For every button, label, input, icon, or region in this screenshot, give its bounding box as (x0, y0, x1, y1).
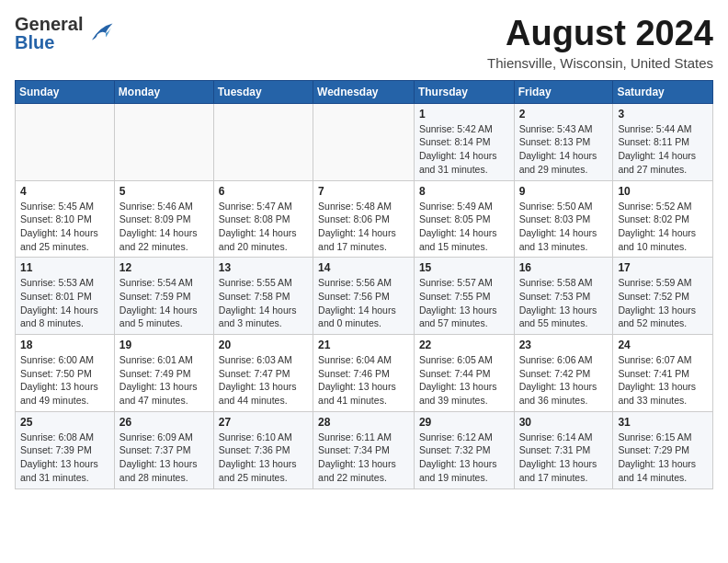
day-info: Sunrise: 6:15 AMSunset: 7:29 PMDaylight:… (618, 431, 708, 485)
day-number: 23 (519, 339, 609, 351)
day-number: 6 (219, 185, 308, 198)
calendar-cell (213, 103, 313, 180)
calendar-cell: 30Sunrise: 6:14 AMSunset: 7:31 PMDayligh… (514, 411, 613, 488)
day-number: 30 (519, 416, 609, 429)
day-number: 18 (20, 339, 109, 351)
day-info: Sunrise: 6:00 AMSunset: 7:50 PMDaylight:… (20, 353, 109, 408)
calendar-table: SundayMondayTuesdayWednesdayThursdayFrid… (15, 80, 713, 489)
calendar-cell: 13Sunrise: 5:55 AMSunset: 7:58 PMDayligh… (213, 258, 313, 335)
logo: General Blue (15, 15, 114, 52)
day-info: Sunrise: 6:07 AMSunset: 7:41 PMDaylight:… (618, 353, 708, 408)
calendar-cell: 10Sunrise: 5:52 AMSunset: 8:02 PMDayligh… (613, 180, 713, 258)
calendar-cell: 7Sunrise: 5:48 AMSunset: 8:06 PMDaylight… (313, 180, 415, 258)
day-number: 20 (219, 339, 308, 351)
day-number: 28 (318, 416, 409, 429)
calendar-header-tuesday: Tuesday (213, 80, 313, 103)
calendar-cell: 5Sunrise: 5:46 AMSunset: 8:09 PMDaylight… (114, 180, 213, 258)
day-info: Sunrise: 6:11 AMSunset: 7:34 PMDaylight:… (318, 431, 409, 485)
day-info: Sunrise: 5:54 AMSunset: 7:59 PMDaylight:… (119, 276, 209, 330)
day-number: 11 (20, 261, 109, 274)
day-info: Sunrise: 5:55 AMSunset: 7:58 PMDaylight:… (219, 276, 308, 330)
day-number: 24 (618, 339, 708, 351)
day-number: 1 (419, 108, 509, 121)
day-number: 14 (318, 261, 409, 274)
day-number: 31 (618, 416, 708, 429)
logo-line1: General (15, 15, 83, 33)
day-info: Sunrise: 6:01 AMSunset: 7:49 PMDaylight:… (119, 353, 209, 408)
calendar-cell: 11Sunrise: 5:53 AMSunset: 8:01 PMDayligh… (16, 258, 115, 335)
day-number: 13 (219, 261, 308, 274)
day-number: 10 (618, 185, 708, 198)
day-number: 15 (419, 261, 509, 274)
calendar-week-row: 4Sunrise: 5:45 AMSunset: 8:10 PMDaylight… (16, 180, 713, 258)
calendar-cell: 4Sunrise: 5:45 AMSunset: 8:10 PMDaylight… (16, 180, 115, 258)
calendar-header-wednesday: Wednesday (313, 80, 415, 103)
title-area: August 2024 Thiensville, Wisconsin, Unit… (487, 15, 713, 71)
calendar-cell: 21Sunrise: 6:04 AMSunset: 7:46 PMDayligh… (313, 335, 415, 412)
day-info: Sunrise: 6:06 AMSunset: 7:42 PMDaylight:… (519, 353, 609, 408)
day-number: 17 (618, 261, 708, 274)
day-number: 7 (318, 185, 409, 198)
calendar-cell: 1Sunrise: 5:42 AMSunset: 8:14 PMDaylight… (414, 103, 514, 180)
day-number: 5 (119, 185, 209, 198)
calendar-cell: 23Sunrise: 6:06 AMSunset: 7:42 PMDayligh… (514, 335, 613, 412)
calendar-header-row: SundayMondayTuesdayWednesdayThursdayFrid… (16, 80, 713, 103)
day-number: 21 (318, 339, 409, 351)
calendar-cell: 18Sunrise: 6:00 AMSunset: 7:50 PMDayligh… (16, 335, 115, 412)
calendar-cell: 20Sunrise: 6:03 AMSunset: 7:47 PMDayligh… (213, 335, 313, 412)
day-number: 8 (419, 185, 509, 198)
calendar-cell: 31Sunrise: 6:15 AMSunset: 7:29 PMDayligh… (613, 411, 713, 488)
day-number: 27 (219, 416, 308, 429)
day-info: Sunrise: 5:53 AMSunset: 8:01 PMDaylight:… (20, 276, 109, 330)
day-info: Sunrise: 5:59 AMSunset: 7:52 PMDaylight:… (618, 276, 708, 330)
day-info: Sunrise: 5:47 AMSunset: 8:08 PMDaylight:… (219, 200, 308, 254)
day-number: 25 (20, 416, 109, 429)
day-info: Sunrise: 6:12 AMSunset: 7:32 PMDaylight:… (419, 431, 509, 485)
day-info: Sunrise: 5:49 AMSunset: 8:05 PMDaylight:… (419, 200, 509, 254)
day-info: Sunrise: 5:46 AMSunset: 8:09 PMDaylight:… (119, 200, 209, 254)
day-info: Sunrise: 6:04 AMSunset: 7:46 PMDaylight:… (318, 353, 409, 408)
logo-text: General Blue (15, 15, 83, 52)
calendar-cell: 16Sunrise: 5:58 AMSunset: 7:53 PMDayligh… (514, 258, 613, 335)
day-number: 4 (20, 185, 109, 198)
day-info: Sunrise: 5:52 AMSunset: 8:02 PMDaylight:… (618, 200, 708, 254)
day-number: 3 (618, 108, 708, 121)
location: Thiensville, Wisconsin, United States (487, 55, 713, 71)
day-number: 19 (119, 339, 209, 351)
day-info: Sunrise: 5:45 AMSunset: 8:10 PMDaylight:… (20, 200, 109, 254)
day-info: Sunrise: 5:42 AMSunset: 8:14 PMDaylight:… (419, 122, 509, 177)
day-number: 16 (519, 261, 609, 274)
calendar-cell: 24Sunrise: 6:07 AMSunset: 7:41 PMDayligh… (613, 335, 713, 412)
day-number: 26 (119, 416, 209, 429)
day-number: 29 (419, 416, 509, 429)
calendar-cell: 14Sunrise: 5:56 AMSunset: 7:56 PMDayligh… (313, 258, 415, 335)
calendar-cell: 3Sunrise: 5:44 AMSunset: 8:11 PMDaylight… (613, 103, 713, 180)
logo-line2: Blue (15, 33, 83, 52)
day-info: Sunrise: 5:43 AMSunset: 8:13 PMDaylight:… (519, 122, 609, 177)
day-info: Sunrise: 6:08 AMSunset: 7:39 PMDaylight:… (20, 431, 109, 485)
day-info: Sunrise: 5:56 AMSunset: 7:56 PMDaylight:… (318, 276, 409, 330)
calendar-cell: 22Sunrise: 6:05 AMSunset: 7:44 PMDayligh… (414, 335, 514, 412)
calendar-cell: 6Sunrise: 5:47 AMSunset: 8:08 PMDaylight… (213, 180, 313, 258)
day-info: Sunrise: 5:48 AMSunset: 8:06 PMDaylight:… (318, 200, 409, 254)
calendar-cell: 8Sunrise: 5:49 AMSunset: 8:05 PMDaylight… (414, 180, 514, 258)
day-info: Sunrise: 6:10 AMSunset: 7:36 PMDaylight:… (219, 431, 308, 485)
calendar-header-monday: Monday (114, 80, 213, 103)
calendar-cell: 17Sunrise: 5:59 AMSunset: 7:52 PMDayligh… (613, 258, 713, 335)
calendar-week-row: 18Sunrise: 6:00 AMSunset: 7:50 PMDayligh… (16, 335, 713, 412)
calendar-week-row: 1Sunrise: 5:42 AMSunset: 8:14 PMDaylight… (16, 103, 713, 180)
day-info: Sunrise: 6:09 AMSunset: 7:37 PMDaylight:… (119, 431, 209, 485)
calendar-cell: 26Sunrise: 6:09 AMSunset: 7:37 PMDayligh… (114, 411, 213, 488)
day-number: 9 (519, 185, 609, 198)
day-info: Sunrise: 6:14 AMSunset: 7:31 PMDaylight:… (519, 431, 609, 485)
day-number: 2 (519, 108, 609, 121)
day-info: Sunrise: 5:58 AMSunset: 7:53 PMDaylight:… (519, 276, 609, 330)
day-number: 22 (419, 339, 509, 351)
page-header: General Blue August 2024 Thiensville, Wi… (15, 15, 713, 71)
logo-bird-icon (86, 20, 114, 46)
calendar-cell (313, 103, 415, 180)
calendar-cell: 29Sunrise: 6:12 AMSunset: 7:32 PMDayligh… (414, 411, 514, 488)
month-title: August 2024 (487, 15, 713, 53)
calendar-cell: 19Sunrise: 6:01 AMSunset: 7:49 PMDayligh… (114, 335, 213, 412)
day-info: Sunrise: 5:44 AMSunset: 8:11 PMDaylight:… (618, 122, 708, 177)
